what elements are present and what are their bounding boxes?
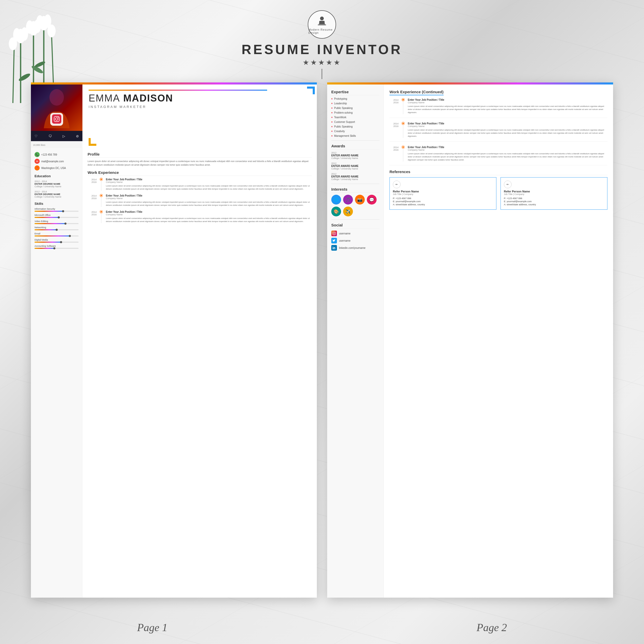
skill-item: Information Security (35, 208, 79, 212)
edu-year-0: 2012 - 2014 (35, 180, 79, 183)
likes-count: 18,886 likes (33, 144, 45, 146)
work-details: Enter Your Job Position / Title Company … (408, 98, 607, 114)
award-name: ENTER AWARD NAME (331, 154, 379, 157)
edu-degree-1: ENTER DEGREE NAME (35, 193, 79, 196)
logo-subtitle: Modern Resume Design (308, 28, 336, 34)
skill-bar (35, 223, 79, 224)
work-desc: Lorem ipsum dolor sit amet consectetur a… (106, 217, 312, 223)
skill-item: Digital Media (35, 239, 79, 243)
skill-name: Microsoft Office (35, 214, 79, 216)
work-year-start: 20142016 (88, 210, 97, 223)
skill-dot (60, 241, 62, 243)
ref-address-2: A: street/state address, country (504, 203, 604, 206)
ref-email-2: E: yourmail@example.com (504, 200, 604, 203)
work-details: Enter Your Job Position / Title Company … (106, 194, 312, 207)
social-linkedin: linkedin.com/yourname (331, 245, 379, 251)
education-title: Education (35, 174, 79, 178)
work-desc: Lorem ipsum dolor sit amet consectetur a… (106, 201, 312, 207)
page2-color-bar (327, 82, 613, 84)
work-company: Company Name (408, 101, 607, 104)
full-name: EMMA MADISON (89, 93, 312, 104)
ref-name-2: Refer Person Name (504, 190, 604, 193)
skill-name: Information Security (35, 208, 79, 210)
bullet-dot (331, 112, 333, 113)
ref-phone-1: P: +123 4567 896 (393, 197, 493, 200)
last-name: MADISON (123, 93, 173, 104)
work-items-page2: 20142016 Enter Your Job Position / Title… (389, 98, 607, 165)
edu-school-1: College / University Name (35, 196, 79, 198)
svg-point-33 (333, 247, 333, 247)
skill-item: Microsoft Office (35, 214, 79, 218)
svg-point-17 (47, 24, 56, 37)
linkedin-social-icon (331, 245, 337, 251)
work-dot (402, 98, 404, 101)
work-title: Enter Your Job Position / Title (408, 98, 607, 101)
first-name: EMMA (89, 93, 120, 104)
skill-name: Digital Media (35, 239, 79, 241)
work-year: 20142016 (389, 98, 399, 114)
work-dot (100, 178, 103, 181)
svg-point-12 (26, 20, 33, 34)
contact-phone: 📞 +123 456 789 (35, 152, 79, 157)
expertise-text: Public Speaking (334, 125, 353, 128)
edu-degree-0: ENTER DEGREE NAME (35, 183, 79, 185)
svg-line-4 (13, 46, 14, 103)
skill-item: Video Editing (35, 220, 79, 224)
work-company: Company Name (408, 125, 607, 128)
work-timeline (99, 178, 103, 191)
main-content: Profile Lorem ipsum dolor sit amet conse… (82, 148, 317, 598)
skill-fill (35, 235, 70, 236)
profile-section-title: Profile (88, 152, 312, 158)
bullet-dot (331, 121, 333, 123)
skill-fill (35, 229, 57, 230)
award-school: College / University Name (331, 178, 379, 181)
bullet-dot (331, 103, 333, 104)
work-timeline (99, 194, 103, 207)
work-line (403, 101, 403, 114)
skill-bar (35, 242, 79, 243)
expertise-text: TeamWork (334, 116, 346, 119)
skill-fill (35, 211, 63, 212)
expertise-item: Management Skills (331, 134, 379, 137)
skill-item: Networking (35, 226, 79, 230)
logo-area: Modern Resume Design RESUME INVENTOR ★★★… (242, 10, 403, 79)
svg-point-28 (49, 89, 64, 106)
page-labels: Page 1 Page 2 (0, 621, 644, 634)
expertise-text: Prototyping (334, 97, 347, 100)
interests-grid: 🌐 🎵 📸 💬 🎨 ✈️ (331, 195, 379, 216)
skill-bar (35, 217, 79, 218)
work-line (403, 125, 403, 138)
work-company: Company Name (106, 181, 312, 183)
reference-card-2: ✒ Refer Person Name Job Title | Company … (501, 177, 607, 210)
ref-title-1: Job Title | Company (393, 193, 493, 196)
interest-travel: ✈️ (343, 207, 353, 216)
award-item: 2012 ENTER AWARD NAME College / Universi… (331, 162, 379, 170)
expertise-item: Customer Support (331, 121, 379, 123)
work-company: Company Name (106, 197, 312, 200)
twitter-handle: username (339, 239, 350, 242)
divider-1 (331, 140, 379, 141)
share-icon: ▷ (63, 134, 65, 138)
bullet-dot (331, 131, 333, 132)
award-item: 2012 ENTER AWARD NAME College / Universi… (331, 151, 379, 159)
social-twitter: username (331, 238, 379, 243)
gradient-line-top (89, 90, 267, 91)
interest-camera: 📸 (355, 195, 365, 205)
skill-dot (58, 216, 60, 218)
work-line (403, 149, 403, 162)
page-2: Expertise Prototyping Leadership Public … (327, 82, 613, 598)
work-line (101, 181, 101, 191)
twitter-social-icon (331, 238, 337, 243)
award-item: 2012 ENTER AWARD NAME College / Universi… (331, 173, 379, 181)
skill-dot (53, 247, 55, 249)
skill-bar (35, 235, 79, 236)
edu-school-0: College / University Name (35, 185, 79, 188)
work-timeline (401, 146, 405, 162)
comment-icon: 🗨 (48, 134, 52, 138)
skill-dot (69, 235, 71, 237)
page2-left: Expertise Prototyping Leadership Public … (327, 84, 384, 598)
phone-icon: 📞 (35, 152, 40, 157)
skill-name: Networking (35, 226, 79, 229)
work-timeline (99, 210, 103, 223)
photo-section: ♡ 🗨 ▷ ⊘ 18,886 likes (31, 84, 82, 148)
